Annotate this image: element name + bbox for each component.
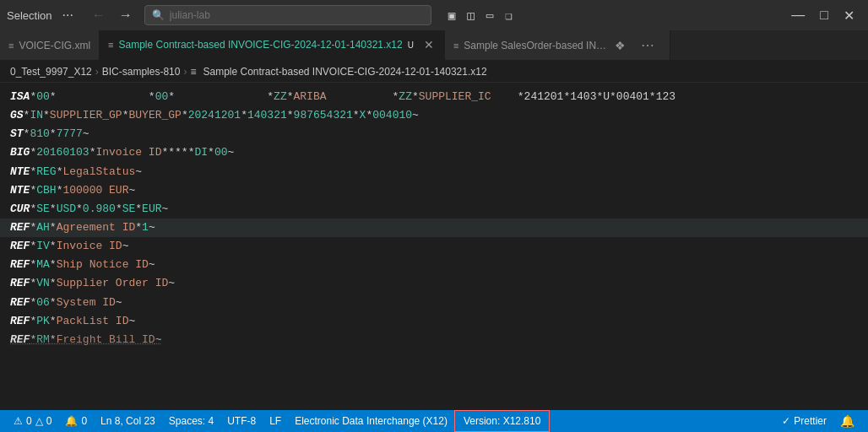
- layout-icon-2[interactable]: ◫: [464, 7, 477, 24]
- breadcrumb-part-2[interactable]: BIC-samples-810: [102, 66, 181, 78]
- title-bar: Selection ··· ← → 🔍 ▣ ◫ ▭ ❏ — □ ✕: [0, 0, 868, 30]
- status-version[interactable]: Version: X12.810: [454, 410, 550, 432]
- status-bell[interactable]: 🔔: [833, 414, 861, 428]
- bell-icon: 🔔: [840, 414, 854, 428]
- code-line-7: CUR*SE*USD*0.980*SE*EUR~: [0, 200, 868, 219]
- breadcrumb-part-1[interactable]: 0_Test_9997_X12: [10, 66, 92, 78]
- code-line-13: REF*PK*PackList ID~: [0, 312, 868, 331]
- search-input[interactable]: [170, 9, 424, 21]
- maximize-button[interactable]: □: [813, 6, 835, 24]
- position-text: Ln 8, Col 23: [100, 415, 155, 427]
- nav-buttons: ← →: [87, 6, 138, 24]
- code-line-9: REF*IV*Invoice ID~: [0, 237, 868, 256]
- close-button[interactable]: ✕: [837, 6, 861, 25]
- tab-salesorder[interactable]: ≡ Sample SalesOrder-based IN… ❖ ⋯: [445, 30, 670, 61]
- nav-forward-button[interactable]: →: [114, 6, 138, 24]
- code-line-8: REF*AH*Agreement ID*1~: [0, 219, 868, 237]
- code-line-3: ST*810*7777~: [0, 125, 868, 143]
- code-line-6: NTE*CBH*100000 EUR~: [0, 181, 868, 200]
- code-line-4: BIG*20160103*Invoice ID*****DI*00~: [0, 143, 868, 162]
- search-bar[interactable]: 🔍: [144, 5, 431, 25]
- status-info[interactable]: 🔔 0: [58, 410, 94, 432]
- code-line-14: REF*RM*Freight Bill ID~: [0, 331, 868, 349]
- status-bar: ⚠ 0 △ 0 🔔 0 Ln 8, Col 23 Spaces: 4 UTF-8…: [0, 410, 868, 432]
- layout-icons: ▣ ◫ ▭ ❏: [445, 7, 516, 24]
- status-language[interactable]: Electronic Data Interchange (X12): [288, 410, 454, 432]
- status-encoding[interactable]: UTF-8: [220, 410, 263, 432]
- layout-icon-4[interactable]: ❏: [502, 7, 515, 24]
- breadcrumb-sep-2: ›: [183, 66, 187, 78]
- line-ending-text: LF: [269, 415, 281, 427]
- nav-back-button[interactable]: ←: [87, 6, 111, 24]
- window-controls: — □ ✕: [784, 6, 861, 25]
- prettier-icon: ✓: [782, 415, 790, 427]
- breadcrumb-sep-1: ›: [95, 66, 99, 78]
- version-text: Version: X12.810: [464, 415, 540, 427]
- layout-icon-3[interactable]: ▭: [483, 7, 496, 24]
- tab-label-2: Sample Contract-based INVOICE-CIG-2024-1…: [119, 39, 403, 51]
- breadcrumb: 0_Test_9997_X12 › BIC-samples-810 › ≡ Sa…: [0, 61, 868, 83]
- code-line-1: ISA*00* *00* *ZZ*ARIBA *ZZ*SUPPLIER_IC *…: [0, 88, 868, 106]
- status-prettier[interactable]: ✓ Prettier: [775, 415, 833, 427]
- tab-close-2[interactable]: ✕: [422, 38, 436, 51]
- tab-icon-1: ≡: [8, 40, 14, 51]
- minimize-button[interactable]: —: [784, 6, 811, 24]
- status-position[interactable]: Ln 8, Col 23: [94, 410, 162, 432]
- split-icon[interactable]: ❖: [611, 39, 629, 52]
- spaces-text: Spaces: 4: [169, 415, 214, 427]
- code-line-11: REF*VN*Supplier Order ID~: [0, 274, 868, 293]
- breadcrumb-icon: ≡: [190, 66, 196, 78]
- breadcrumb-part-3[interactable]: Sample Contract-based INVOICE-CIG-2024-1…: [203, 66, 486, 78]
- tab-more-button[interactable]: ⋯: [634, 37, 661, 53]
- tab-icon-2: ≡: [108, 40, 113, 50]
- tab-voicecig[interactable]: ≡ VOICE-CIG.xml: [0, 30, 100, 61]
- title-text: Selection: [7, 9, 52, 22]
- tab-unsaved-dot: U: [408, 40, 414, 50]
- search-icon: 🔍: [152, 9, 165, 22]
- code-area: ISA*00* *00* *ZZ*ARIBA *ZZ*SUPPLIER_IC *…: [0, 83, 868, 410]
- error-icon: ⚠: [14, 415, 23, 427]
- info-count: 0: [81, 415, 87, 427]
- seg-isa: ISA: [10, 89, 30, 105]
- error-count: 0: [26, 415, 32, 427]
- language-text: Electronic Data Interchange (X12): [295, 415, 448, 427]
- status-errors[interactable]: ⚠ 0 △ 0: [7, 410, 58, 432]
- status-right: ✓ Prettier 🔔: [775, 414, 861, 428]
- layout-icon-1[interactable]: ▣: [445, 7, 458, 24]
- tab-invoice[interactable]: ≡ Sample Contract-based INVOICE-CIG-2024…: [100, 30, 445, 61]
- tab-label-3: Sample SalesOrder-based IN…: [464, 40, 606, 51]
- tab-bar: ≡ VOICE-CIG.xml ≡ Sample Contract-based …: [0, 30, 868, 61]
- encoding-text: UTF-8: [227, 415, 256, 427]
- info-icon: 🔔: [65, 415, 78, 427]
- tab-label-1: VOICE-CIG.xml: [19, 40, 90, 51]
- tab-icon-3: ≡: [453, 40, 458, 51]
- title-more-button[interactable]: ···: [58, 8, 76, 23]
- warning-count: 0: [46, 415, 52, 427]
- code-line-5: NTE*REG*LegalStatus~: [0, 163, 868, 181]
- code-line-2: GS*IN*SUPPLIER_GP*BUYER_GP*20241201*1403…: [0, 106, 868, 125]
- status-spaces[interactable]: Spaces: 4: [162, 410, 220, 432]
- prettier-text: Prettier: [794, 415, 827, 427]
- warning-icon: △: [35, 415, 43, 427]
- code-line-12: REF*06*System ID~: [0, 294, 868, 312]
- code-line-10: REF*MA*Ship Notice ID~: [0, 256, 868, 274]
- status-line-ending[interactable]: LF: [263, 410, 288, 432]
